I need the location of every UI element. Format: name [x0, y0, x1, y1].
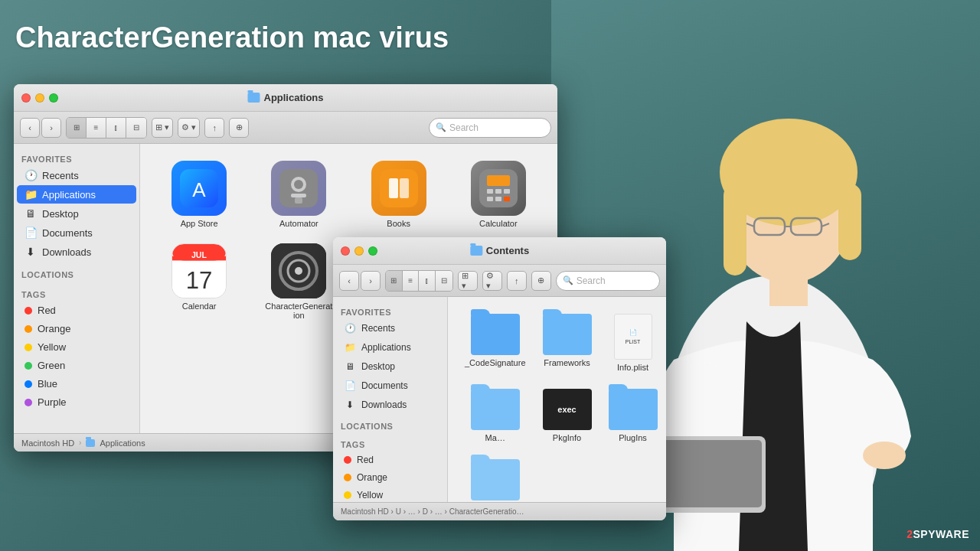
- app-automator[interactable]: Automator: [252, 156, 345, 233]
- window-title-2: Contents: [470, 245, 529, 256]
- gallery-view-btn-1[interactable]: ⊟: [126, 118, 146, 138]
- extra-icon: [471, 459, 520, 500]
- svg-rect-3: [724, 184, 746, 276]
- chargen-icon: [271, 243, 326, 298]
- statusbar-2: Macintosh HD › U › … › D › … › Character…: [333, 502, 666, 520]
- sidebar-documents-2[interactable]: 📄 Documents: [336, 377, 444, 395]
- airdrop-button-1[interactable]: ⊕: [229, 118, 249, 138]
- tag-yellow-2[interactable]: Yellow: [336, 487, 444, 502]
- nav-buttons-2: ‹ ›: [339, 271, 381, 291]
- breadcrumb-applications-1: Applications: [100, 439, 145, 448]
- favorites-header-1: Favorites: [14, 150, 139, 165]
- books-label: Books: [387, 219, 410, 228]
- tag-purple-1[interactable]: Purple: [17, 393, 136, 411]
- tag-red-2[interactable]: Red: [336, 452, 444, 468]
- action-button-1[interactable]: ⚙ ▾: [178, 118, 200, 138]
- sidebar-item-recents-1[interactable]: 🕐 Recents: [17, 166, 136, 184]
- folder-ma[interactable]: Ma…: [460, 384, 531, 447]
- tag-orange-2[interactable]: Orange: [336, 469, 444, 486]
- automator-icon: [271, 161, 326, 216]
- sidebar-1: Favorites 🕐 Recents 📁 Applications 🖥 Des…: [14, 144, 140, 433]
- finder-main-2: Favorites 🕐 Recents 📁 Applications 🖥 Des…: [333, 297, 666, 502]
- svg-text:JUL: JUL: [191, 250, 207, 259]
- view-buttons-2: ⊞ ≡ ⫿ ⊟: [385, 270, 453, 292]
- sidebar-item-documents-1[interactable]: 📄 Documents: [17, 223, 136, 242]
- calendar-icon: JUL 17: [172, 243, 227, 298]
- locations-header-2: Locations: [333, 417, 447, 432]
- codesig-label: _CodeSignature: [465, 358, 526, 367]
- share-button-2[interactable]: ↑: [507, 271, 527, 291]
- titlebar-1: Applications: [14, 84, 557, 112]
- page-title: CharacterGeneration mac virus: [15, 21, 449, 54]
- ma-label: Ma…: [485, 433, 505, 442]
- breadcrumb-2: Macintosh HD › U › … › D › … › Character…: [341, 507, 524, 516]
- app-calculator[interactable]: Calculator: [452, 156, 545, 233]
- forward-button-1[interactable]: ›: [41, 118, 61, 138]
- list-view-btn-2[interactable]: ≡: [403, 271, 420, 291]
- tag-red-1[interactable]: Red: [17, 302, 136, 319]
- folder-frameworks[interactable]: Frameworks: [538, 309, 596, 377]
- sidebar-downloads-2[interactable]: ⬇ Downloads: [336, 396, 444, 414]
- frameworks-label: Frameworks: [544, 358, 590, 367]
- svg-rect-8: [655, 440, 762, 507]
- tag-green-1[interactable]: Green: [17, 357, 136, 374]
- orange-dot-1: [24, 325, 32, 333]
- back-button-2[interactable]: ‹: [339, 271, 359, 291]
- search-icon-1: 🔍: [436, 122, 446, 132]
- action-button-2[interactable]: ⚙ ▾: [482, 271, 502, 291]
- column-view-btn-1[interactable]: ⫿: [106, 118, 126, 138]
- chargen-label: CharacterGeneration: [264, 302, 333, 320]
- app-calendar[interactable]: JUL 17 Calendar: [152, 239, 246, 324]
- back-button-1[interactable]: ‹: [20, 118, 40, 138]
- ma-icon: [471, 389, 520, 430]
- fullscreen-button-2[interactable]: [368, 246, 377, 256]
- fullscreen-button-1[interactable]: [49, 93, 58, 103]
- minimize-button-2[interactable]: [354, 246, 364, 256]
- calendar-label: Calendar: [182, 302, 217, 311]
- sidebar-item-applications-1[interactable]: 📁 Applications: [17, 185, 136, 204]
- sidebar-applications-2[interactable]: 📁 Applications: [336, 338, 444, 357]
- tag-yellow-1[interactable]: Yellow: [17, 338, 136, 356]
- desktop-icon-1: 🖥: [24, 207, 37, 220]
- file-plist[interactable]: 📄 PLIST Info.plist: [604, 309, 662, 377]
- app-chargen[interactable]: CharacterGeneration: [252, 239, 345, 324]
- airdrop-button-2[interactable]: ⊕: [531, 271, 551, 291]
- red-dot-1: [24, 307, 32, 315]
- tag-blue-1[interactable]: Blue: [17, 375, 136, 393]
- sort-button-2[interactable]: ⊞ ▾: [458, 271, 478, 291]
- close-button-1[interactable]: [21, 93, 31, 103]
- svg-rect-30: [487, 197, 493, 201]
- column-view-btn-2[interactable]: ⫿: [419, 271, 436, 291]
- red-dot-2: [344, 456, 351, 464]
- folder-codesig[interactable]: _CodeSignature: [460, 309, 531, 377]
- search-bar-2[interactable]: 🔍 Search: [556, 271, 660, 291]
- svg-rect-25: [479, 169, 518, 207]
- list-view-btn-1[interactable]: ≡: [87, 118, 106, 138]
- sidebar-item-desktop-1[interactable]: 🖥 Desktop: [17, 204, 136, 223]
- icon-view-btn-1[interactable]: ⊞: [67, 118, 87, 138]
- close-button-2[interactable]: [341, 246, 350, 256]
- sort-button-1[interactable]: ⊞ ▾: [152, 118, 173, 138]
- file-pkginfo[interactable]: exec PkgInfo: [538, 384, 596, 447]
- forward-button-2[interactable]: ›: [361, 271, 381, 291]
- sidebar-desktop-2[interactable]: 🖥 Desktop: [336, 357, 444, 376]
- folder-extra[interactable]: …: [460, 455, 531, 502]
- sidebar-item-downloads-1[interactable]: ⬇ Downloads: [17, 243, 136, 261]
- desktop-icon-2: 🖥: [344, 360, 356, 373]
- applications-icon-1: 📁: [24, 188, 37, 201]
- nav-buttons-1: ‹ ›: [20, 118, 61, 138]
- svg-rect-21: [295, 197, 302, 204]
- gallery-view-btn-2[interactable]: ⊟: [436, 271, 452, 291]
- icon-view-btn-2[interactable]: ⊞: [386, 271, 403, 291]
- codesig-icon: [471, 314, 520, 355]
- svg-rect-26: [487, 175, 510, 186]
- tag-orange-1[interactable]: Orange: [17, 320, 136, 337]
- sidebar-recents-2[interactable]: 🕐 Recents: [336, 319, 444, 337]
- folder-plugins[interactable]: PlugIns: [604, 384, 662, 447]
- search-bar-1[interactable]: 🔍 Search: [429, 118, 551, 138]
- app-books[interactable]: Books: [352, 156, 446, 233]
- share-button-1[interactable]: ↑: [204, 118, 224, 138]
- app-appstore[interactable]: A App Store: [152, 156, 246, 233]
- minimize-button-1[interactable]: [35, 93, 44, 103]
- toolbar-1: ‹ › ⊞ ≡ ⫿ ⊟ ⊞ ▾ ⚙ ▾ ↑ ⊕ 🔍 Search: [14, 112, 557, 144]
